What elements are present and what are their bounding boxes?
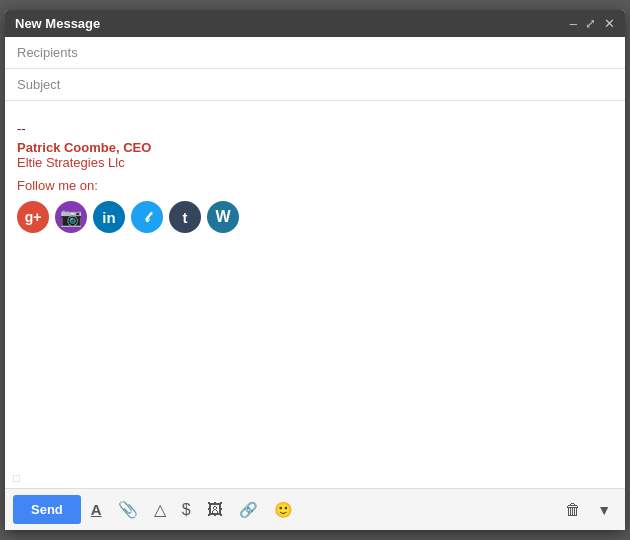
title-bar: New Message – ⤢ ✕: [5, 10, 625, 37]
signature-block: -- Patrick Coombe, CEO Eltie Strategies …: [17, 121, 613, 233]
instagram-icon[interactable]: 📷: [55, 201, 87, 233]
drive-button[interactable]: △: [148, 496, 172, 523]
more-options-button[interactable]: ▼: [591, 497, 617, 523]
sig-dash: --: [17, 121, 613, 136]
wordpress-icon[interactable]: W: [207, 201, 239, 233]
recipients-row: Recipients: [5, 37, 625, 69]
trash-icon: 🗑: [565, 501, 581, 519]
linkedin-icon[interactable]: in: [93, 201, 125, 233]
sig-follow: Follow me on:: [17, 178, 613, 193]
photo-button[interactable]: 🖼: [201, 497, 229, 523]
social-icons-row: g+ 📷 in 𝓉 t W: [17, 201, 613, 233]
recipients-input[interactable]: [87, 45, 613, 60]
toolbar-right: 🗑 ▼: [559, 497, 617, 523]
subject-row: Subject: [5, 69, 625, 101]
window-title: New Message: [15, 16, 100, 31]
title-bar-controls: – ⤢ ✕: [570, 17, 615, 30]
format-text-icon: A: [91, 501, 102, 518]
expand-button[interactable]: ⤢: [585, 17, 596, 30]
dollar-icon: $: [182, 501, 191, 519]
recipients-label: Recipients: [17, 45, 87, 60]
google-plus-icon[interactable]: g+: [17, 201, 49, 233]
link-button[interactable]: 🔗: [233, 497, 264, 523]
format-button[interactable]: A: [85, 497, 108, 522]
paperclip-icon: 📎: [118, 500, 138, 519]
photo-icon: 🖼: [207, 501, 223, 519]
body-area[interactable]: -- Patrick Coombe, CEO Eltie Strategies …: [5, 101, 625, 466]
minimize-button[interactable]: –: [570, 17, 577, 30]
delete-button[interactable]: 🗑: [559, 497, 587, 523]
close-button[interactable]: ✕: [604, 17, 615, 30]
sig-company: Eltie Strategies Llc: [17, 155, 613, 170]
resize-handle-icon: □: [13, 471, 20, 485]
toolbar: Send A 📎 △ $ 🖼 🔗 🙂 🗑 ▼: [5, 488, 625, 530]
emoji-icon: 🙂: [274, 501, 293, 519]
attach-button[interactable]: 📎: [112, 496, 144, 523]
drive-icon: △: [154, 500, 166, 519]
sig-name: Patrick Coombe, CEO: [17, 140, 613, 155]
emoji-button[interactable]: 🙂: [268, 497, 299, 523]
money-button[interactable]: $: [176, 497, 197, 523]
twitter-icon[interactable]: 𝓉: [131, 201, 163, 233]
link-icon: 🔗: [239, 501, 258, 519]
compose-window: New Message – ⤢ ✕ Recipients Subject -- …: [5, 10, 625, 530]
subject-label: Subject: [17, 77, 87, 92]
subject-input[interactable]: [87, 77, 613, 92]
tumblr-icon[interactable]: t: [169, 201, 201, 233]
send-button[interactable]: Send: [13, 495, 81, 524]
chevron-down-icon: ▼: [597, 502, 611, 518]
